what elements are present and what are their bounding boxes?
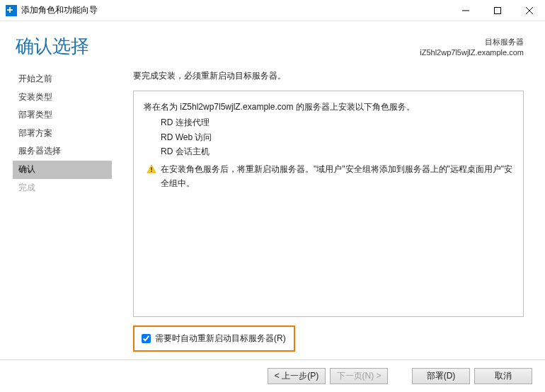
install-summary-line: 将在名为 iZ5hl2wp7l5wjlZ.example.com 的服务器上安装… bbox=[144, 100, 513, 114]
warning-text: 在安装角色服务后，将重新启动服务器。"域用户"安全组将添加到服务器上的"远程桌面… bbox=[161, 162, 513, 191]
app-icon bbox=[6, 5, 17, 16]
next-button: 下一页(N) > bbox=[330, 368, 388, 384]
nav-results: 完成 bbox=[16, 179, 112, 197]
info-box: 将在名为 iZ5hl2wp7l5wjlZ.example.com 的服务器上安装… bbox=[133, 91, 524, 317]
close-button[interactable] bbox=[513, 0, 545, 21]
svg-rect-1 bbox=[151, 167, 151, 170]
restart-checkbox[interactable] bbox=[142, 334, 151, 343]
svg-rect-2 bbox=[151, 171, 151, 171]
role-item: RD Web 访问 bbox=[161, 130, 513, 144]
target-server-info: 目标服务器 iZ5hl2wp7l5wjlZ.example.com bbox=[420, 37, 524, 59]
maximize-button[interactable] bbox=[481, 0, 513, 21]
warning-row: 在安装角色服务后，将重新启动服务器。"域用户"安全组将添加到服务器上的"远程桌面… bbox=[144, 162, 513, 191]
nav-installation-type[interactable]: 安装类型 bbox=[16, 88, 112, 107]
target-value: iZ5hl2wp7l5wjlZ.example.com bbox=[420, 47, 524, 58]
deploy-button[interactable]: 部署(D) bbox=[412, 368, 470, 384]
restart-checkbox-row[interactable]: 需要时自动重新启动目标服务器(R) bbox=[133, 325, 295, 352]
content-pane: 要完成安装，必须重新启动目标服务器。 将在名为 iZ5hl2wp7l5wjlZ.… bbox=[112, 64, 545, 369]
titlebar: 添加角色和功能向导 bbox=[0, 0, 545, 21]
warning-icon bbox=[147, 164, 156, 174]
restart-checkbox-label: 需要时自动重新启动目标服务器(R) bbox=[155, 333, 286, 345]
role-item: RD 连接代理 bbox=[161, 115, 513, 129]
footer: < 上一步(P) 下一页(N) > 部署(D) 取消 bbox=[0, 359, 545, 392]
page-title: 确认选择 bbox=[16, 34, 420, 59]
role-item: RD 会话主机 bbox=[161, 144, 513, 158]
nav-deployment-type[interactable]: 部署类型 bbox=[16, 106, 112, 125]
cancel-button[interactable]: 取消 bbox=[474, 368, 532, 384]
role-list: RD 连接代理 RD Web 访问 RD 会话主机 bbox=[161, 115, 513, 158]
nav-before-you-begin[interactable]: 开始之前 bbox=[16, 70, 112, 88]
target-label: 目标服务器 bbox=[420, 37, 524, 47]
nav-confirmation[interactable]: 确认 bbox=[13, 161, 112, 179]
nav-server-selection[interactable]: 服务器选择 bbox=[16, 142, 112, 161]
minimize-button[interactable] bbox=[449, 0, 481, 21]
window-title: 添加角色和功能向导 bbox=[21, 4, 98, 16]
header: 确认选择 目标服务器 iZ5hl2wp7l5wjlZ.example.com bbox=[0, 21, 545, 64]
svg-rect-0 bbox=[494, 7, 500, 13]
description-text: 要完成安装，必须重新启动目标服务器。 bbox=[133, 70, 524, 82]
sidebar: 开始之前 安装类型 部署类型 部署方案 服务器选择 确认 完成 bbox=[0, 64, 112, 369]
nav-deployment-scenario[interactable]: 部署方案 bbox=[16, 125, 112, 143]
previous-button[interactable]: < 上一步(P) bbox=[268, 368, 326, 384]
